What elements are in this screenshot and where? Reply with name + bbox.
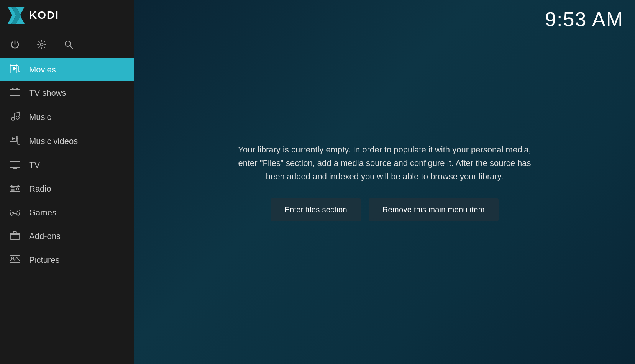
- power-icon: [10, 39, 20, 49]
- kodi-logo-icon: [8, 7, 25, 24]
- app-title: KODI: [29, 9, 59, 21]
- music-videos-icon: [9, 136, 21, 147]
- sidebar-item-movies[interactable]: Movies: [0, 58, 134, 81]
- sidebar: KODI: [0, 0, 134, 364]
- sidebar-item-games[interactable]: Games: [0, 201, 134, 225]
- sidebar-item-music-videos[interactable]: Music videos: [0, 130, 134, 153]
- search-button[interactable]: [62, 38, 75, 51]
- tv-label: TV: [29, 160, 40, 170]
- sidebar-item-add-ons[interactable]: Add-ons: [0, 225, 134, 248]
- sidebar-item-pictures[interactable]: Pictures: [0, 248, 134, 272]
- radio-label: Radio: [29, 184, 51, 194]
- enter-files-section-button[interactable]: Enter files section: [271, 198, 361, 221]
- time-display: 9:53 AM: [545, 8, 624, 31]
- music-videos-label: Music videos: [29, 136, 78, 146]
- tv-shows-icon: [9, 87, 21, 99]
- svg-point-35: [16, 212, 17, 212]
- pictures-icon: [9, 254, 21, 266]
- svg-point-17: [11, 117, 15, 120]
- remove-menu-item-button[interactable]: Remove this main menu item: [369, 198, 499, 221]
- svg-rect-12: [10, 89, 20, 95]
- games-label: Games: [29, 208, 56, 218]
- settings-button[interactable]: [35, 38, 48, 51]
- svg-point-29: [16, 188, 19, 190]
- add-ons-label: Add-ons: [29, 231, 61, 241]
- svg-point-18: [16, 116, 19, 119]
- svg-rect-8: [10, 64, 11, 73]
- tv-shows-label: TV shows: [29, 88, 66, 98]
- radio-icon: [9, 183, 21, 195]
- music-icon: [9, 111, 21, 123]
- svg-rect-21: [18, 136, 20, 144]
- sidebar-item-tv-shows[interactable]: TV shows: [0, 81, 134, 105]
- sidebar-item-tv[interactable]: TV: [0, 153, 134, 177]
- power-button[interactable]: [8, 38, 21, 51]
- main-content: 9:53 AM Your library is currently empty.…: [134, 0, 635, 364]
- svg-line-6: [70, 46, 72, 48]
- games-icon: [9, 207, 21, 218]
- sidebar-icon-bar: [0, 31, 134, 58]
- svg-point-4: [41, 43, 43, 46]
- add-ons-icon: [9, 231, 21, 242]
- svg-marker-20: [12, 137, 15, 140]
- music-label: Music: [29, 112, 51, 122]
- empty-library-message: Your library is currently empty. In orde…: [235, 143, 534, 184]
- sidebar-header: KODI: [0, 0, 134, 31]
- movies-label: Movies: [29, 65, 56, 75]
- settings-icon: [37, 39, 47, 49]
- sidebar-item-radio[interactable]: Radio: [0, 177, 134, 201]
- sidebar-item-music[interactable]: Music: [0, 105, 134, 130]
- content-center: Your library is currently empty. In orde…: [134, 0, 635, 364]
- movies-icon: [9, 64, 21, 75]
- tv-icon: [9, 159, 21, 171]
- pictures-label: Pictures: [29, 255, 59, 265]
- nav-list: Movies TV shows: [0, 58, 134, 364]
- action-buttons: Enter files section Remove this main men…: [271, 198, 498, 221]
- search-icon: [64, 39, 74, 49]
- svg-point-36: [17, 211, 18, 212]
- svg-rect-11: [18, 66, 20, 71]
- svg-rect-23: [10, 161, 20, 167]
